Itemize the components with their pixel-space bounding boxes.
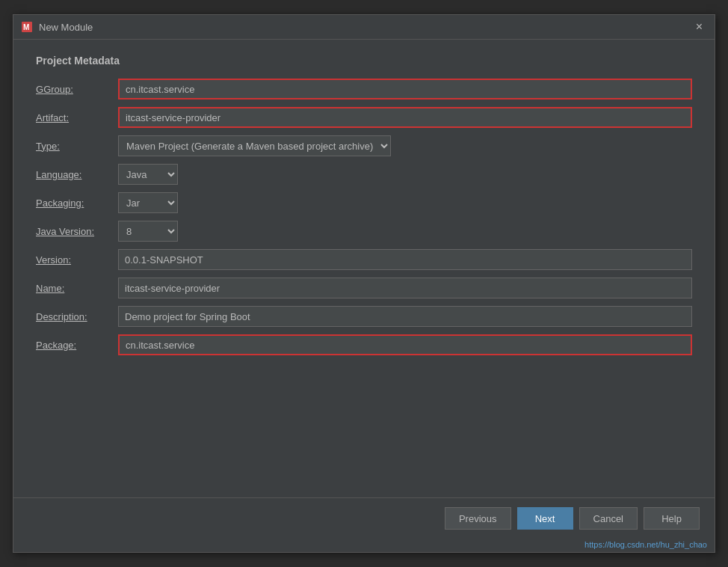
dialog-body: Project Metadata GGroup: Artifact: Type:… xyxy=(13,40,715,497)
footer: Previous Next Cancel Help xyxy=(13,497,715,539)
footer-link: https://blog.csdn.net/hu_zhi_chao xyxy=(13,539,715,552)
help-button[interactable]: Help xyxy=(644,507,700,530)
new-module-dialog: M New Module × Project Metadata GGroup: … xyxy=(13,14,715,553)
language-select[interactable]: Java Kotlin Groovy xyxy=(118,164,178,185)
type-label: Type: xyxy=(36,141,118,152)
previous-button[interactable]: Previous xyxy=(445,507,511,530)
section-title: Project Metadata xyxy=(36,55,692,67)
package-row: Package: xyxy=(36,334,692,355)
packaging-select[interactable]: Jar War xyxy=(118,192,178,213)
java-version-label: Java Version: xyxy=(36,226,118,237)
title-bar-left: M New Module xyxy=(21,21,93,33)
package-input[interactable] xyxy=(118,334,692,355)
svg-text:M: M xyxy=(23,23,29,31)
java-version-row: Java Version: 8 11 17 xyxy=(36,221,692,242)
package-label: Package: xyxy=(36,340,118,351)
type-row: Type: Maven Project (Generate a Maven ba… xyxy=(36,135,692,156)
group-row: GGroup: xyxy=(36,79,692,99)
next-button[interactable]: Next xyxy=(517,507,573,530)
cancel-button[interactable]: Cancel xyxy=(579,507,638,530)
artifact-row: Artifact: xyxy=(36,107,692,128)
artifact-label: Artifact: xyxy=(36,112,118,123)
artifact-input[interactable] xyxy=(118,107,692,128)
version-label: Version: xyxy=(36,254,118,266)
name-label: Name: xyxy=(36,283,118,294)
close-button[interactable]: × xyxy=(691,19,707,34)
language-label: Language: xyxy=(36,169,118,180)
description-row: Description: xyxy=(36,306,692,327)
version-row: Version: xyxy=(36,249,692,270)
java-version-select[interactable]: 8 11 17 xyxy=(118,221,178,242)
description-label: Description: xyxy=(36,311,118,322)
name-input[interactable] xyxy=(118,278,692,298)
module-icon: M xyxy=(21,21,33,33)
group-input[interactable] xyxy=(118,79,692,99)
description-input[interactable] xyxy=(118,306,692,327)
packaging-row: Packaging: Jar War xyxy=(36,192,692,213)
name-row: Name: xyxy=(36,278,692,298)
packaging-label: Packaging: xyxy=(36,197,118,209)
title-bar: M New Module × xyxy=(13,15,715,40)
version-input[interactable] xyxy=(118,249,692,270)
dialog-title: New Module xyxy=(39,22,93,33)
type-select[interactable]: Maven Project (Generate a Maven based pr… xyxy=(118,135,391,156)
group-label: GGroup: xyxy=(36,84,118,95)
language-row: Language: Java Kotlin Groovy xyxy=(36,164,692,185)
